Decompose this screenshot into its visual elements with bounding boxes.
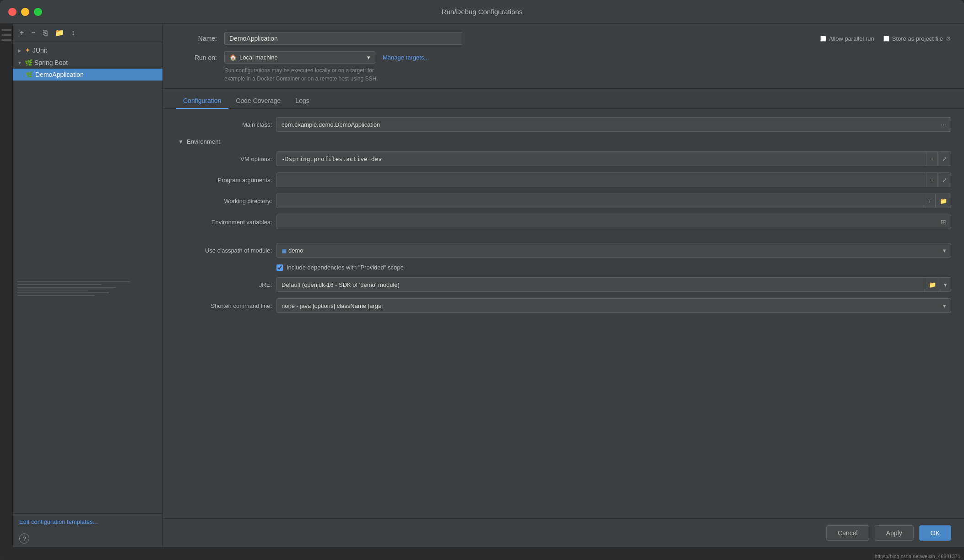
save-config-button[interactable]: 📁 <box>53 27 66 38</box>
classpath-dropdown-arrow: ▾ <box>943 247 946 254</box>
program-args-input[interactable] <box>276 172 926 187</box>
remove-config-button[interactable]: − <box>29 28 38 38</box>
form-area: Main class: ··· ▼ Environment VM options… <box>163 109 964 518</box>
environment-section-header[interactable]: ▼ Environment <box>176 138 951 145</box>
sidebar-item-demoapplication[interactable]: 🌿 DemoApplication <box>13 69 162 81</box>
left-sidebar-partial <box>0 24 13 547</box>
working-dir-input[interactable] <box>276 194 924 208</box>
sidebar-tree: ▶ ✦ JUnit ▼ 🌿 Spring Boot 🌿 DemoApplicat… <box>13 42 162 276</box>
sidebar-item-junit[interactable]: ▶ ✦ JUnit <box>13 44 162 57</box>
manage-targets-link[interactable]: Manage targets... <box>383 54 429 61</box>
jre-input-group: 📁 ▾ <box>276 277 951 292</box>
sidebar-item-springboot[interactable]: ▼ 🌿 Spring Boot <box>13 57 162 69</box>
include-deps-label: Include dependencies with "Provided" sco… <box>287 264 404 271</box>
working-dir-label: Working directory: <box>176 198 272 205</box>
program-args-expand-button[interactable]: ⤢ <box>938 172 951 187</box>
use-classpath-value: demo <box>288 247 303 254</box>
working-dir-input-group: + 📁 <box>276 194 951 208</box>
vm-options-input[interactable] <box>276 151 926 166</box>
sidebar-item-demoapplication-label: DemoApplication <box>35 71 84 78</box>
cancel-button[interactable]: Cancel <box>826 525 869 541</box>
vm-options-expand-button[interactable]: ⤢ <box>938 151 951 166</box>
program-args-label: Program arguments: <box>176 177 272 183</box>
program-args-input-group: + ⤢ <box>276 172 951 187</box>
gear-icon[interactable]: ⚙ <box>946 35 951 42</box>
header-options: Allow parallel run Store as project file… <box>820 35 951 42</box>
env-vars-input[interactable] <box>276 215 936 229</box>
sidebar-toolbar: + − ⎘ 📁 ↕ <box>13 24 162 42</box>
sidebar-footer-bottom: ? <box>13 530 162 547</box>
working-dir-browse-button[interactable]: 📁 <box>936 194 951 208</box>
window-title: Run/Debug Configurations <box>442 8 523 16</box>
main-class-input-group: ··· <box>276 117 951 132</box>
spacer <box>176 236 951 243</box>
working-dir-add-button[interactable]: + <box>924 194 936 208</box>
ok-button[interactable]: OK <box>919 525 951 541</box>
env-vars-input-group: ⊞ <box>276 215 951 229</box>
house-icon: 🏠 <box>229 54 237 61</box>
vm-options-label: VM options: <box>176 156 272 162</box>
run-on-select[interactable]: 🏠Local machine ▾ <box>224 51 375 64</box>
environment-section-label: Environment <box>187 138 220 145</box>
vm-options-row: VM options: + ⤢ <box>176 151 951 166</box>
working-dir-row: Working directory: + 📁 <box>176 194 951 208</box>
run-on-row: Run on: 🏠Local machine ▾ Manage targets.… <box>176 51 951 64</box>
vm-options-add-button[interactable]: + <box>926 151 938 166</box>
jre-row: JRE: 📁 ▾ <box>176 277 951 292</box>
sidebar-editor-area <box>13 276 162 513</box>
use-classpath-dropdown[interactable]: ▦demo ▾ <box>276 243 951 258</box>
store-as-project-checkbox[interactable] <box>883 36 889 42</box>
main-class-input[interactable] <box>276 117 936 132</box>
shorten-cmd-dropdown[interactable]: none - java [options] className [args] ▾ <box>276 298 951 313</box>
name-row: Name: Allow parallel run Store as projec… <box>176 32 951 45</box>
shorten-cmd-row: Shorten command line: none - java [optio… <box>176 298 951 313</box>
main-class-browse-button[interactable]: ··· <box>936 117 951 132</box>
use-classpath-label: Use classpath of module: <box>176 247 272 254</box>
springboot-run-icon: 🌿 <box>26 71 32 78</box>
program-args-add-button[interactable]: + <box>926 172 938 187</box>
program-args-row: Program arguments: + ⤢ <box>176 172 951 187</box>
content-panel: Name: Allow parallel run Store as projec… <box>163 24 964 547</box>
sidebar-item-junit-label: JUnit <box>32 47 47 54</box>
copy-config-button[interactable]: ⎘ <box>41 28 50 38</box>
chevron-right-icon: ▶ <box>16 48 23 53</box>
shorten-cmd-label: Shorten command line: <box>176 302 272 309</box>
maximize-button[interactable] <box>34 8 42 16</box>
edit-templates-link[interactable]: Edit configuration templates... <box>19 518 97 525</box>
shorten-cmd-dropdown-arrow: ▾ <box>943 302 946 309</box>
apply-button[interactable]: Apply <box>875 525 914 541</box>
name-label: Name: <box>176 35 217 42</box>
use-classpath-row: Use classpath of module: ▦demo ▾ <box>176 243 951 258</box>
run-on-dropdown-arrow: ▾ <box>367 54 370 61</box>
tab-code-coverage[interactable]: Code Coverage <box>228 93 288 109</box>
jre-input[interactable] <box>276 277 925 292</box>
status-bar: https://blog.csdn.net/weixin_46681371 <box>0 547 964 560</box>
allow-parallel-checkbox[interactable] <box>820 36 826 42</box>
run-on-hint: Run configurations may be executed local… <box>224 66 951 83</box>
sidebar: + − ⎘ 📁 ↕ ▶ ✦ JUnit ▼ 🌿 Spring Boot <box>13 24 163 547</box>
add-config-button[interactable]: + <box>17 28 26 38</box>
env-vars-edit-button[interactable]: ⊞ <box>936 215 951 229</box>
allow-parallel-option: Allow parallel run <box>820 35 874 42</box>
include-deps-checkbox[interactable] <box>276 264 283 271</box>
jre-browse-button[interactable]: 📁 <box>925 277 940 292</box>
shorten-cmd-value: none - java [options] className [args] <box>282 302 383 309</box>
environment-chevron-icon: ▼ <box>178 139 184 145</box>
close-button[interactable] <box>8 8 16 16</box>
jre-dropdown-button[interactable]: ▾ <box>940 277 951 292</box>
url-display: https://blog.csdn.net/weixin_46681371 <box>871 553 964 560</box>
tab-configuration[interactable]: Configuration <box>176 93 228 109</box>
junit-icon: ✦ <box>25 46 31 54</box>
minimize-button[interactable] <box>21 8 29 16</box>
store-as-project-option: Store as project file ⚙ <box>883 35 951 42</box>
module-icon: ▦ <box>282 248 287 254</box>
sort-config-button[interactable]: ↕ <box>69 28 77 38</box>
help-button[interactable]: ? <box>19 533 29 544</box>
run-on-label: Run on: <box>176 54 217 61</box>
springboot-icon: 🌿 <box>25 59 32 66</box>
allow-parallel-label: Allow parallel run <box>829 35 874 42</box>
tab-logs[interactable]: Logs <box>288 93 316 109</box>
content-header: Name: Allow parallel run Store as projec… <box>163 24 964 89</box>
name-input[interactable] <box>224 32 462 45</box>
tabs-bar: Configuration Code Coverage Logs <box>163 89 964 109</box>
